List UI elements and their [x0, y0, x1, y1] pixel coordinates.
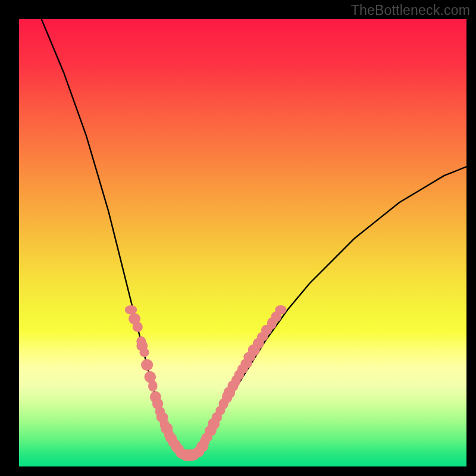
bottleneck-chart — [0, 0, 476, 476]
sample-dot — [133, 322, 143, 332]
sample-dot — [148, 380, 158, 392]
plot-background — [19, 19, 466, 466]
chart-frame: TheBottleneck.com — [0, 0, 476, 476]
watermark-label: TheBottleneck.com — [351, 2, 470, 18]
sample-dot — [141, 359, 153, 371]
sample-dot — [275, 305, 286, 315]
sample-dot — [125, 305, 137, 315]
sample-dot — [140, 347, 149, 357]
